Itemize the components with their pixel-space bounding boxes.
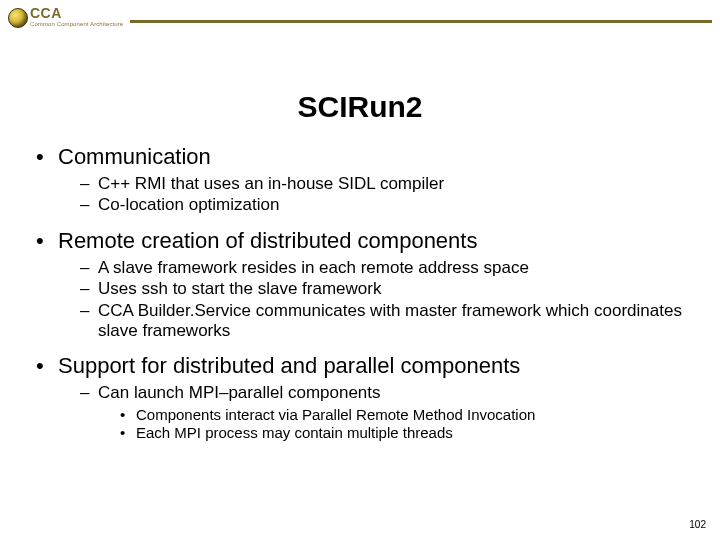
bullet-item: Communication C++ RMI that uses an in-ho…: [36, 144, 700, 216]
sub-bullet-item: Co-location optimization: [80, 195, 700, 215]
bullet-text: Remote creation of distributed component…: [58, 228, 477, 253]
sub-bullet-list: C++ RMI that uses an in-house SIDL compi…: [80, 174, 700, 216]
sub-bullet-item: A slave framework resides in each remote…: [80, 258, 700, 278]
sub-bullet-text: CCA Builder.Service communicates with ma…: [98, 301, 682, 340]
bullet-text: Communication: [58, 144, 211, 169]
page-number: 102: [689, 519, 706, 530]
subsub-bullet-item: Components interact via Parallel Remote …: [120, 406, 700, 425]
sub-bullet-item: C++ RMI that uses an in-house SIDL compi…: [80, 174, 700, 194]
sub-bullet-text: A slave framework resides in each remote…: [98, 258, 529, 277]
header-rule: [130, 20, 712, 23]
logo-text: CCA Common Component Architecture: [30, 6, 123, 27]
logo: CCA Common Component Architecture: [8, 6, 123, 27]
bullet-item: Support for distributed and parallel com…: [36, 353, 700, 443]
sub-bullet-text: Can launch MPI–parallel components: [98, 383, 381, 402]
sub-bullet-text: C++ RMI that uses an in-house SIDL compi…: [98, 174, 444, 193]
sub-bullet-list: A slave framework resides in each remote…: [80, 258, 700, 342]
logo-sub-text: Common Component Architecture: [30, 21, 123, 27]
sub-bullet-item: Uses ssh to start the slave framework: [80, 279, 700, 299]
sub-bullet-item: CCA Builder.Service communicates with ma…: [80, 301, 700, 342]
bullet-item: Remote creation of distributed component…: [36, 228, 700, 342]
sub-bullet-text: Uses ssh to start the slave framework: [98, 279, 381, 298]
sub-bullet-text: Co-location optimization: [98, 195, 279, 214]
subsub-bullet-text: Each MPI process may contain multiple th…: [136, 424, 453, 441]
subsub-bullet-item: Each MPI process may contain multiple th…: [120, 424, 700, 443]
slide-header: CCA Common Component Architecture: [0, 0, 720, 34]
sub-bullet-item: Can launch MPI–parallel components Compo…: [80, 383, 700, 443]
subsub-bullet-text: Components interact via Parallel Remote …: [136, 406, 535, 423]
slide-title: SCIRun2: [0, 90, 720, 124]
subsub-bullet-list: Components interact via Parallel Remote …: [120, 406, 700, 444]
bullet-text: Support for distributed and parallel com…: [58, 353, 520, 378]
logo-main-text: CCA: [30, 6, 123, 20]
bullet-list: Communication C++ RMI that uses an in-ho…: [36, 144, 700, 443]
slide-content: Communication C++ RMI that uses an in-ho…: [0, 144, 720, 443]
sub-bullet-list: Can launch MPI–parallel components Compo…: [80, 383, 700, 443]
cca-logo-icon: [8, 8, 28, 28]
